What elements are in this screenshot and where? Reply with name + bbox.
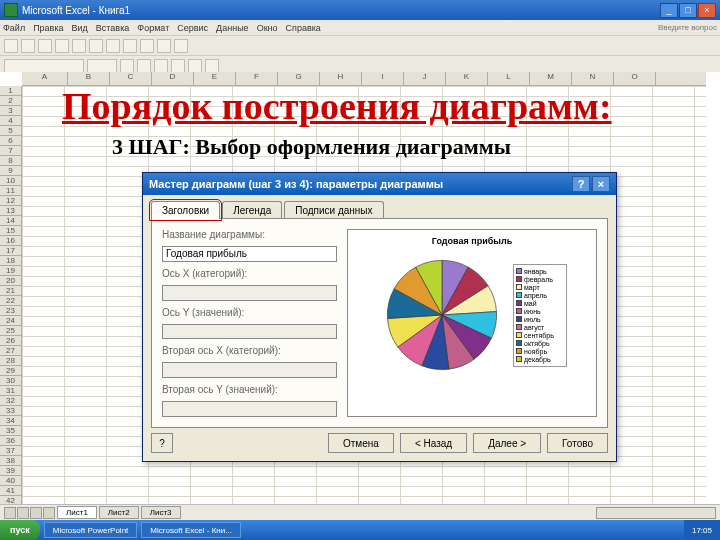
row-header[interactable]: 5	[0, 126, 21, 136]
sheet-tab[interactable]: Лист2	[99, 506, 139, 519]
row-header[interactable]: 4	[0, 116, 21, 126]
row-header[interactable]: 13	[0, 206, 21, 216]
undo-button[interactable]	[123, 39, 137, 53]
row-header[interactable]: 21	[0, 286, 21, 296]
row-header[interactable]: 36	[0, 436, 21, 446]
open-button[interactable]	[21, 39, 35, 53]
bold-button[interactable]	[120, 59, 134, 73]
next-button[interactable]: Далее >	[473, 433, 541, 453]
font-selector[interactable]	[4, 59, 84, 73]
row-header[interactable]: 15	[0, 226, 21, 236]
menu-file[interactable]: Файл	[3, 23, 25, 33]
nav-first-icon[interactable]	[4, 507, 16, 519]
nav-prev-icon[interactable]	[17, 507, 29, 519]
row-header[interactable]: 7	[0, 146, 21, 156]
row-header[interactable]: 19	[0, 266, 21, 276]
cut-button[interactable]	[72, 39, 86, 53]
row-header[interactable]: 1	[0, 86, 21, 96]
sheet-tab[interactable]: Лист1	[57, 506, 97, 519]
maximize-button[interactable]: □	[679, 3, 697, 18]
new-button[interactable]	[4, 39, 18, 53]
taskbar-item[interactable]: Microsoft PowerPoint	[44, 522, 138, 538]
col-header[interactable]: O	[614, 72, 656, 85]
row-header[interactable]: 26	[0, 336, 21, 346]
help-prompt[interactable]: Введите вопрос	[658, 23, 717, 32]
menu-insert[interactable]: Вставка	[96, 23, 129, 33]
close-button[interactable]: ×	[698, 3, 716, 18]
minimize-button[interactable]: _	[660, 3, 678, 18]
row-header[interactable]: 10	[0, 176, 21, 186]
nav-last-icon[interactable]	[43, 507, 55, 519]
menu-window[interactable]: Окно	[257, 23, 278, 33]
row-header[interactable]: 2	[0, 96, 21, 106]
row-header[interactable]: 27	[0, 346, 21, 356]
row-header[interactable]: 9	[0, 166, 21, 176]
back-button[interactable]: < Назад	[400, 433, 467, 453]
wizard-help-button[interactable]: ?	[572, 176, 590, 192]
row-header[interactable]: 11	[0, 186, 21, 196]
menu-edit[interactable]: Правка	[33, 23, 63, 33]
row-header[interactable]: 3	[0, 106, 21, 116]
finish-button[interactable]: Готово	[547, 433, 608, 453]
row-header[interactable]: 16	[0, 236, 21, 246]
row-header[interactable]: 23	[0, 306, 21, 316]
row-header[interactable]: 29	[0, 366, 21, 376]
tab-legend[interactable]: Легенда	[222, 201, 282, 219]
row-header[interactable]: 6	[0, 136, 21, 146]
menu-help[interactable]: Справка	[286, 23, 321, 33]
cell-grid[interactable]: Порядок построения диаграмм: 3 ШАГ: Выбо…	[22, 86, 706, 504]
row-header[interactable]: 31	[0, 386, 21, 396]
row-header[interactable]: 14	[0, 216, 21, 226]
row-header[interactable]: 17	[0, 246, 21, 256]
align-right-button[interactable]	[205, 59, 219, 73]
cancel-button[interactable]: Отмена	[328, 433, 394, 453]
row-header[interactable]: 40	[0, 476, 21, 486]
row-header[interactable]: 24	[0, 316, 21, 326]
paste-button[interactable]	[106, 39, 120, 53]
sheet-tab[interactable]: Лист3	[141, 506, 181, 519]
redo-button[interactable]	[140, 39, 154, 53]
tab-titles[interactable]: Заголовки	[151, 201, 220, 219]
row-header[interactable]: 37	[0, 446, 21, 456]
row-header[interactable]: 20	[0, 276, 21, 286]
sort-button[interactable]	[157, 39, 171, 53]
row-header[interactable]: 8	[0, 156, 21, 166]
wizard-close-button[interactable]: ×	[592, 176, 610, 192]
tab-data-labels[interactable]: Подписи данных	[284, 201, 383, 219]
row-header[interactable]: 39	[0, 466, 21, 476]
nav-next-icon[interactable]	[30, 507, 42, 519]
align-left-button[interactable]	[171, 59, 185, 73]
align-center-button[interactable]	[188, 59, 202, 73]
underline-button[interactable]	[154, 59, 168, 73]
start-button[interactable]: пуск	[0, 520, 40, 540]
horizontal-scrollbar[interactable]	[596, 507, 716, 519]
chart-wizard-dialog: Мастер диаграмм (шаг 3 из 4): параметры …	[142, 172, 617, 462]
menu-format[interactable]: Формат	[137, 23, 169, 33]
row-header[interactable]: 38	[0, 456, 21, 466]
row-header[interactable]: 33	[0, 406, 21, 416]
save-button[interactable]	[38, 39, 52, 53]
row-header[interactable]: 18	[0, 256, 21, 266]
menu-data[interactable]: Данные	[216, 23, 249, 33]
taskbar-item[interactable]: Microsoft Excel - Кни...	[141, 522, 241, 538]
row-header[interactable]: 12	[0, 196, 21, 206]
size-selector[interactable]	[87, 59, 117, 73]
system-tray[interactable]: 17:05	[684, 520, 720, 540]
row-header[interactable]: 32	[0, 396, 21, 406]
row-header[interactable]: 34	[0, 416, 21, 426]
italic-button[interactable]	[137, 59, 151, 73]
wizard-hint-button[interactable]: ?	[151, 433, 173, 453]
legend-item: июнь	[516, 308, 564, 315]
row-header[interactable]: 28	[0, 356, 21, 366]
chart-wizard-button[interactable]	[174, 39, 188, 53]
copy-button[interactable]	[89, 39, 103, 53]
row-header[interactable]: 41	[0, 486, 21, 496]
input-chart-name[interactable]	[162, 246, 337, 262]
menu-view[interactable]: Вид	[72, 23, 88, 33]
print-button[interactable]	[55, 39, 69, 53]
row-header[interactable]: 30	[0, 376, 21, 386]
row-header[interactable]: 35	[0, 426, 21, 436]
row-header[interactable]: 25	[0, 326, 21, 336]
row-header[interactable]: 22	[0, 296, 21, 306]
menu-tools[interactable]: Сервис	[177, 23, 208, 33]
